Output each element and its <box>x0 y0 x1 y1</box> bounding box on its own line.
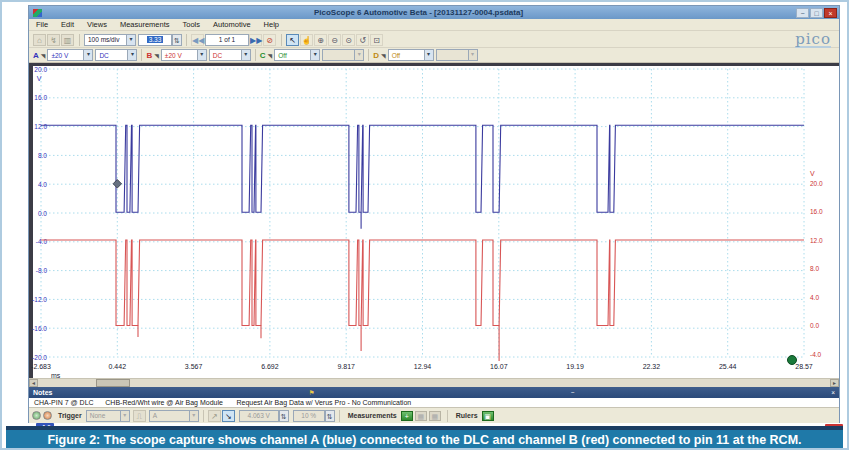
chevron-down-icon: ▾ <box>354 50 363 60</box>
chevron-down-icon[interactable]: ▾ <box>126 35 135 45</box>
hand-tool-icon[interactable]: ☝ <box>300 34 313 46</box>
trigger-mode-value: None <box>90 412 106 419</box>
svg-text:8.0: 8.0 <box>810 265 819 272</box>
scanned-figure: PicoScope 6 Automotive Beta - [20131127-… <box>0 0 849 450</box>
chevron-down-icon: ▾ <box>468 50 477 60</box>
horizontal-scrollbar[interactable]: ◄ ► <box>29 378 839 387</box>
scope-plot-area[interactable]: -2.6830.4423.5676.6929.81712.9416.0719.1… <box>29 63 839 378</box>
close-icon[interactable]: × <box>826 389 835 396</box>
channel-c-range-select[interactable]: Off ▾ <box>274 49 320 61</box>
channel-a-coupling-select[interactable]: DC ▾ <box>95 49 137 61</box>
channel-c-range-value: Off <box>278 52 287 59</box>
maximize-button[interactable]: □ <box>810 8 823 18</box>
svg-text:0.0: 0.0 <box>810 322 819 329</box>
advanced-trigger-icon[interactable]: ⎍ <box>133 410 146 422</box>
menu-measurements[interactable]: Measurements <box>120 20 170 29</box>
falling-edge-icon[interactable]: ↘ <box>222 410 235 422</box>
save-icon[interactable]: ▥ <box>61 34 74 46</box>
chevron-down-icon[interactable]: ▾ <box>424 50 433 60</box>
home-icon[interactable]: ⌂ <box>33 34 46 46</box>
svg-text:V: V <box>37 75 42 82</box>
channel-d-range-select[interactable]: Off ▾ <box>388 49 434 61</box>
svg-text:0.0: 0.0 <box>38 210 47 217</box>
channel-a-range-select[interactable]: ±20 V ▾ <box>47 49 93 61</box>
zoom-tool-group: ↖☝⊕⊖⊙↺⊡ <box>286 34 384 46</box>
scrollbar-thumb[interactable] <box>96 379 130 387</box>
svg-text:3.567: 3.567 <box>185 363 203 370</box>
svg-text:4.0: 4.0 <box>38 181 47 188</box>
title-bar: PicoScope 6 Automotive Beta - [20131127-… <box>29 6 839 19</box>
menu-views[interactable]: Views <box>87 20 107 29</box>
svg-text:12.0: 12.0 <box>34 123 47 130</box>
trigger-mode-select[interactable]: None ▾ <box>86 410 130 422</box>
minimize-button[interactable]: − <box>796 8 809 18</box>
menu-tools[interactable]: Tools <box>183 20 201 29</box>
svg-text:-4.0: -4.0 <box>810 351 822 358</box>
start-capture-button[interactable] <box>32 411 41 420</box>
chevron-down-icon[interactable]: ▾ <box>83 50 92 60</box>
close-button[interactable]: × <box>824 8 837 18</box>
channel-b-label: B <box>146 51 152 60</box>
stop-capture-button[interactable] <box>43 411 52 420</box>
rising-edge-icon[interactable]: ↗ <box>208 410 221 422</box>
undo-zoom-tool-icon[interactable]: ↺ <box>356 34 369 46</box>
channel-c-label: C <box>260 51 266 60</box>
scroll-left-icon[interactable]: ◄ <box>29 379 38 387</box>
trigger-level-input[interactable]: 4.063 V <box>239 410 279 422</box>
chevron-down-icon: ▾ <box>189 411 198 421</box>
notes-content[interactable]: CHA-PIN 7 @ DLC CHB-Red/Wht wire @ Air B… <box>29 398 839 408</box>
probe-icon: ◥ <box>154 52 159 59</box>
channel-b-coupling-select[interactable]: DC ▾ <box>209 49 251 61</box>
timebase-value: 100 ms/div <box>88 36 119 43</box>
chevron-down-icon[interactable]: ▾ <box>241 50 250 60</box>
svg-text:20.0: 20.0 <box>810 180 823 187</box>
menu-automotive[interactable]: Automotive <box>213 20 251 29</box>
trigger-level-spinner[interactable]: ⇅ <box>279 410 289 422</box>
stop-icon[interactable]: ⊘ <box>263 34 276 46</box>
channel-a-label: A <box>33 51 39 60</box>
timebase-select[interactable]: 100 ms/div ▾ <box>84 34 136 46</box>
svg-text:-2.683: -2.683 <box>31 363 51 370</box>
select-tool-icon[interactable]: ↖ <box>286 34 299 46</box>
figure-caption-text: Figure 2: The scope capture shows channe… <box>47 433 801 447</box>
connect-icon[interactable]: ↯ <box>47 34 60 46</box>
svg-text:6.692: 6.692 <box>261 363 279 370</box>
main-toolbar: ⌂ ↯ ▥ 100 ms/div ▾ 3.33 ⇅ ◀◀ 1 of 1 ▶▶ ⊘… <box>29 32 839 48</box>
probe-icon: ◥ <box>381 52 386 59</box>
toolbar-separator <box>255 49 256 61</box>
zoom-in-tool-icon[interactable]: ⊕ <box>314 34 327 46</box>
scroll-right-icon[interactable]: ► <box>830 379 839 387</box>
prev-buffer-icon[interactable]: ◀◀ <box>191 34 204 46</box>
trigger-source-value: A <box>153 412 157 419</box>
pretrigger-spinner[interactable]: ⇅ <box>325 410 335 422</box>
add-measurement-button[interactable]: + <box>401 411 413 421</box>
trigger-toolbar: Trigger None ▾ ⎍ A ▾ ↗ ↘ 4.063 V ⇅ 10 % … <box>29 408 839 423</box>
svg-text:25.44: 25.44 <box>719 363 737 370</box>
svg-text:22.32: 22.32 <box>643 363 661 370</box>
chevron-down-icon[interactable]: ▾ <box>127 50 136 60</box>
channel-b-range-select[interactable]: ±20 V ▾ <box>161 49 207 61</box>
pretrigger-input[interactable]: 10 % <box>293 410 325 422</box>
marquee-zoom-tool-icon[interactable]: ⊡ <box>370 34 383 46</box>
samples-spinner[interactable]: ⇅ <box>172 34 182 46</box>
pico-logo-text: pico <box>795 33 831 48</box>
samples-input[interactable]: 3.33 <box>138 34 172 46</box>
chevron-down-icon[interactable]: ▾ <box>197 50 206 60</box>
chevron-down-icon: ▾ <box>120 411 129 421</box>
next-buffer-icon[interactable]: ▶▶ <box>249 34 262 46</box>
toolbar-separator <box>141 49 142 61</box>
pin-icon[interactable]: ⚑ <box>304 389 315 397</box>
svg-text:16.0: 16.0 <box>810 208 823 215</box>
chevron-down-icon[interactable]: ▾ <box>310 50 319 60</box>
svg-text:-20.0: -20.0 <box>32 354 47 361</box>
minimize-icon[interactable]: − <box>566 389 575 396</box>
window-zoom-tool-icon[interactable]: ⊙ <box>342 34 355 46</box>
trigger-source-select[interactable]: A ▾ <box>149 410 199 422</box>
menu-file[interactable]: File <box>36 20 48 29</box>
channel-a-range-value: ±20 V <box>51 52 68 59</box>
rulers-button[interactable]: ▣ <box>482 411 494 421</box>
menu-help[interactable]: Help <box>264 20 279 29</box>
menu-edit[interactable]: Edit <box>61 20 74 29</box>
trigger-label: Trigger <box>58 412 82 419</box>
zoom-out-tool-icon[interactable]: ⊖ <box>328 34 341 46</box>
